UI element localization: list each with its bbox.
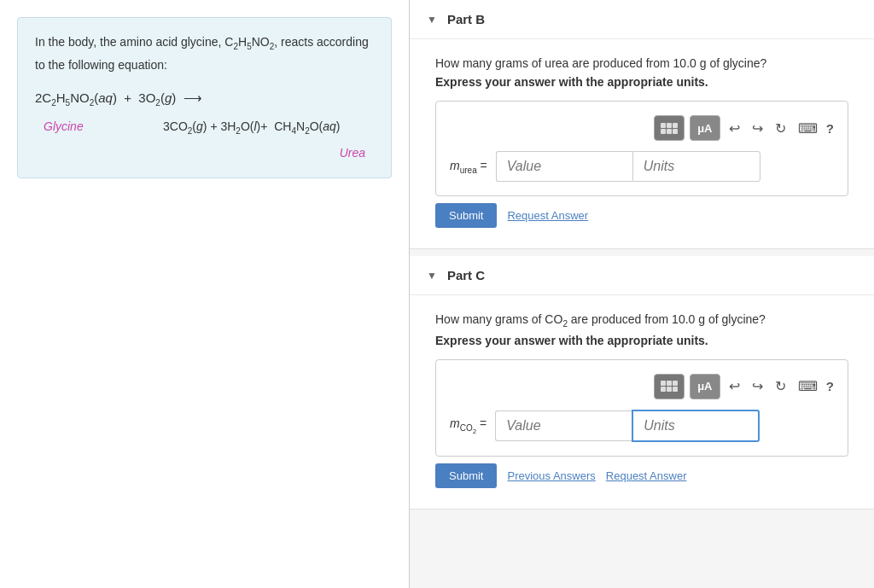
part-c-section: ▼ Part C How many grams of CO2 are produ… [410, 256, 874, 509]
intro-text: In the body, the amino acid glycine, C2H… [35, 32, 374, 76]
part-c-toolbar: μA ↩ ↪ ↻ ⌨ ? [450, 374, 834, 399]
part-b-mu-button[interactable]: μA [690, 115, 720, 141]
part-b-title: Part B [447, 12, 485, 26]
part-c-previous-answers-button[interactable]: Previous Answers [507, 469, 595, 482]
part-b-input-container: μA ↩ ↪ ↻ ⌨ ? murea = [435, 101, 848, 196]
part-c-collapse-arrow: ▼ [427, 270, 437, 282]
part-b-refresh-button[interactable]: ↻ [772, 119, 790, 138]
part-b-section: ▼ Part B How many grams of urea are prod… [410, 0, 874, 249]
grid-icon-c [661, 381, 678, 392]
part-b-body: How many grams of urea are produced from… [410, 39, 874, 248]
part-c-answer-row: mCO2 = [450, 410, 834, 442]
part-b-answer-row: murea = [450, 151, 834, 182]
part-b-header[interactable]: ▼ Part B [410, 0, 874, 39]
part-c-help-button[interactable]: ? [826, 379, 834, 393]
part-c-request-answer-button[interactable]: Request Answer [606, 469, 687, 482]
part-b-value-input[interactable] [496, 151, 632, 182]
part-b-submit-button[interactable]: Submit [435, 203, 497, 228]
part-c-redo-button[interactable]: ↪ [749, 376, 766, 396]
part-c-answer-label: mCO2 = [450, 416, 487, 435]
part-c-undo-button[interactable]: ↩ [725, 376, 743, 396]
part-b-collapse-arrow: ▼ [427, 14, 437, 26]
part-c-refresh-button[interactable]: ↻ [772, 376, 790, 396]
part-b-request-answer-button[interactable]: Request Answer [507, 209, 588, 222]
right-panel: ▼ Part B How many grams of urea are prod… [410, 0, 874, 588]
part-b-keyboard-button[interactable]: ⌨ [795, 119, 821, 138]
part-b-fraction-button[interactable] [654, 115, 685, 141]
part-b-question: How many grams of urea are produced from… [435, 56, 848, 70]
part-c-header[interactable]: ▼ Part C [410, 256, 874, 295]
part-b-undo-button[interactable]: ↩ [725, 119, 743, 138]
equation-box: In the body, the amino acid glycine, C2H… [17, 17, 392, 178]
part-b-answer-label: murea = [450, 159, 487, 175]
urea-label: Urea [35, 143, 365, 164]
part-c-express-note: Express your answer with the appropriate… [435, 334, 848, 347]
part-c-mu-button[interactable]: μA [690, 374, 720, 399]
part-c-submit-button[interactable]: Submit [435, 463, 497, 488]
part-b-redo-button[interactable]: ↪ [749, 119, 766, 138]
part-c-action-row: Submit Previous Answers Request Answer [435, 463, 848, 488]
part-c-value-input[interactable] [495, 410, 632, 441]
part-b-help-button[interactable]: ? [826, 121, 834, 136]
glycine-label: Glycine [44, 116, 112, 137]
part-c-title: Part C [447, 268, 485, 282]
products-formula: 3CO2(g) + 3H2O(l)+ CH4N2O(aq) [163, 116, 341, 139]
part-c-fraction-button[interactable] [654, 374, 685, 399]
equation-line1: 2C2H5NO2(aq) + 3O2(g) ⟶ [35, 86, 374, 111]
part-b-express-note: Express your answer with the appropriate… [435, 75, 848, 89]
part-b-action-row: Submit Request Answer [435, 203, 848, 228]
part-b-units-input[interactable] [632, 151, 760, 182]
part-b-toolbar: μA ↩ ↪ ↻ ⌨ ? [450, 115, 834, 141]
part-c-input-container: μA ↩ ↪ ↻ ⌨ ? mCO2 = [435, 359, 848, 457]
grid-icon [661, 123, 678, 134]
part-c-body: How many grams of CO2 are produced from … [410, 295, 874, 509]
left-panel: In the body, the amino acid glycine, C2H… [0, 0, 410, 588]
part-c-question: How many grams of CO2 are produced from … [435, 312, 848, 329]
part-c-units-input[interactable] [632, 410, 760, 442]
part-c-keyboard-button[interactable]: ⌨ [795, 376, 821, 396]
